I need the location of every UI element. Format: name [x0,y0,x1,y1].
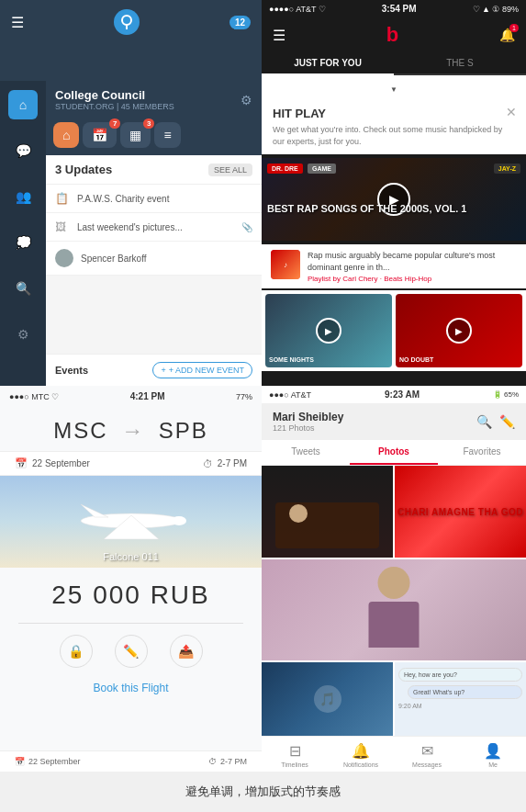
music-info-panel: ♪ Rap music arguably became popular cult… [262,244,526,288]
timelines-icon: ⊟ [289,742,301,760]
route-from: MSC [53,418,107,443]
tab-list[interactable]: ≡ [154,122,180,148]
hit-play-title: HIT PLAY [273,107,515,120]
main-content-area: College Council STUDENT.ORG | 45 MEMBERS… [46,81,262,386]
photo-5[interactable]: Hey, how are you? Great! What's up? 9:20… [395,662,526,736]
me-label: Me [488,761,498,768]
flight-date-row: 📅 22 September ⏱ 2-7 PM [0,451,262,476]
settings-icon[interactable]: ⚙ [241,93,252,107]
update-item-person[interactable]: Spencer Barkoff [46,242,262,276]
flight-date-item: 📅 22 September [15,457,90,469]
svg-point-5 [172,516,186,525]
chat-bubble-2: Great! What's up? [408,685,522,699]
tw-carrier: ●●●○ AT&T [269,390,311,400]
tab-home[interactable]: ⌂ [53,122,79,148]
notifications-label: Notifications [343,761,378,768]
plus-icon: + [161,366,165,375]
add-event-button[interactable]: + + ADD NEW EVENT [152,362,252,378]
tab-tweets[interactable]: Tweets [262,440,350,465]
photo-3[interactable] [262,559,526,660]
no-doubt-play[interactable]: ▶ [446,318,472,344]
bottom-row: ●●●○ MTC ♡ 4:21 PM 77% MSC → SPB 📅 [0,386,526,772]
sidebar-icon-settings[interactable]: ⚙ [8,320,38,349]
nav-notifications[interactable]: 🔔 Notifications [328,742,394,768]
edit-profile-button[interactable]: ✏️ [499,414,515,429]
hamburger-icon[interactable]: ☰ [11,14,24,31]
update-item-paws[interactable]: 📋 P.A.W.S. Charity event [46,185,262,213]
book-flight-btn[interactable]: Book this Flight [0,673,262,701]
app-logo [114,9,140,35]
photo-1[interactable] [262,466,393,558]
nav-messages[interactable]: ✉ Messages [394,742,460,768]
caption-text: 避免单调，增加版式的节奏感 [185,784,341,800]
arrow-down-indicator: ▼ [390,85,397,94]
price: 25 000 RUB [51,581,210,609]
bottom-caption: 避免单调，增加版式的节奏感 [0,772,526,812]
hamburger-icon[interactable]: ☰ [273,27,285,44]
twitter-tabs: Tweets Photos Favorites [262,440,526,466]
updates-count: 3 Updates [55,163,112,176]
edit-icon[interactable]: ✏️ [115,635,148,668]
beats-header: ☰ b 🔔 1 [262,17,526,52]
screens-wrapper: ☰ 12 ⌂ 💬 👥 � [0,0,526,812]
nav-me[interactable]: 👤 Me [460,742,526,768]
some-nights-label: SOME NIGHTS [269,356,314,364]
main-container: ☰ 12 ⌂ 💬 👥 � [0,0,526,812]
avatar [55,249,73,267]
events-label: Events [55,365,88,376]
add-event-label: + ADD NEW EVENT [169,366,244,375]
updates-header: 3 Updates SEE ALL [46,155,262,185]
messages-label: Messages [412,761,442,768]
beats-carrier: ●●●●○ AT&T ♡ [269,5,326,14]
tab-photos[interactable]: Photos [350,440,438,465]
grid-tab-icon: ▦ [129,128,141,142]
lock-icon[interactable]: 🔒 [60,635,93,668]
flight-date: 22 September [32,458,90,468]
tab-grid[interactable]: ▦ 3 [120,122,151,148]
tab-the[interactable]: THE S [394,52,526,73]
tab-just-for-you[interactable]: JUST FOR YOU [262,52,394,73]
footer-date-text: 22 September [28,757,81,766]
battery-icon: 🔋 [493,390,502,399]
no-doubt-card[interactable]: ▶ NO DOUBT [396,294,522,367]
photos-count: 121 Photos [273,423,343,433]
rap-songs-title: BEST RAP SONGS OF THE 2000S, VOL. 1 [267,203,466,215]
sidebar-icon-messages[interactable]: 💬 [8,136,38,165]
footer-date: 📅 22 September [15,757,81,766]
tab-favorites[interactable]: Favorites [438,440,526,465]
chat-timestamp: 9:20 AM [398,703,522,709]
tab-calendar[interactable]: 📅 7 [83,122,117,148]
events-footer: Events + + ADD NEW EVENT [46,354,262,386]
beats-app: ●●●●○ AT&T ♡ 3:54 PM ♡ ▲ ① 89% ☰ b 🔔 1 J… [262,0,526,386]
photo-2[interactable]: CHARI AMAGNE THA GOD [395,466,526,558]
some-nights-play[interactable]: ▶ [316,318,341,344]
profile-info: Mari Sheibley 121 Photos [273,411,343,433]
search-button[interactable]: 🔍 [476,414,492,429]
genre: Beats Hip-Hop [384,275,431,283]
see-all-button[interactable]: SEE ALL [208,164,252,176]
list-tab-icon: ≡ [163,128,171,142]
some-nights-card[interactable]: ▶ SOME NIGHTS [265,294,392,367]
notification-badge[interactable]: 12 [229,16,251,29]
sidebar-icon-home[interactable]: ⌂ [8,90,38,119]
hit-play-desc: We get what you're into. Check out some … [273,124,515,147]
share-icon[interactable]: 📤 [170,635,203,668]
book-flight-link[interactable]: Book this Flight [93,682,168,694]
messages-icon: ✉ [421,742,433,760]
sidebar-icon-people[interactable]: 👥 [8,182,38,211]
nav-timelines[interactable]: ⊟ Timelines [262,742,328,768]
footer-time-text: 2-7 PM [220,757,247,766]
action-icons-row: 🔒 ✏️ 📤 [0,629,262,673]
route-arrow-icon: → [121,418,145,443]
sidebar-icon-search[interactable]: 🔍 [8,274,38,303]
sidebar-icon-chat[interactable]: 💭 [8,228,38,257]
hit-play-section: ✕ HIT PLAY We get what you're into. Chec… [262,97,526,154]
rap-songs-card[interactable]: DR. DRE GAME JAY-Z ▶ BEST RAP SONGS OF T… [262,158,526,241]
update-item-pictures[interactable]: 🖼 Last weekend's pictures... 📎 [46,213,262,242]
photo-4[interactable]: 🎵 [262,662,393,736]
app-top-bar: ☰ 12 [0,0,262,42]
close-button[interactable]: ✕ [506,105,517,119]
flight-time: 4:21 PM [130,391,165,401]
notification-button[interactable]: 🔔 1 [499,28,515,42]
attachment-icon: 📎 [241,222,252,232]
